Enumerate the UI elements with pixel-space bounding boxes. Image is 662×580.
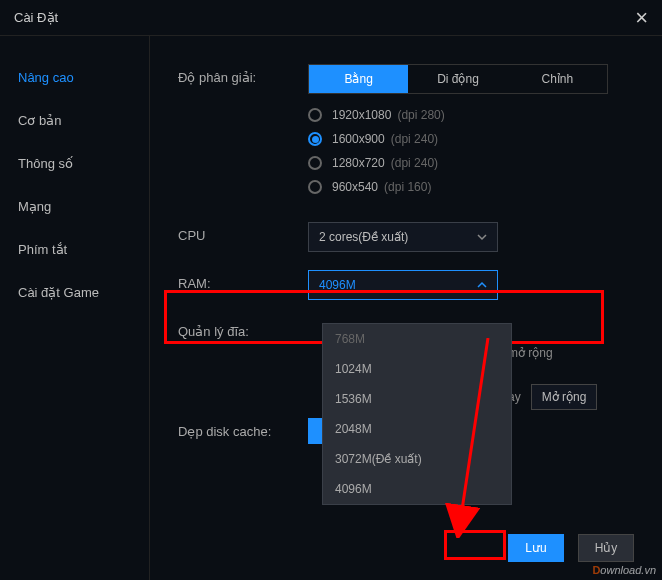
ram-option-4096[interactable]: 4096M <box>323 474 511 504</box>
disk-extend-text: mở rộng <box>508 346 553 360</box>
close-icon[interactable]: × <box>635 5 648 31</box>
ram-option-2048[interactable]: 2048M <box>323 414 511 444</box>
radio-icon <box>308 156 322 170</box>
resolution-mode-tabs: Bằng Di động Chỉnh <box>308 64 608 94</box>
sidebar-item-basic[interactable]: Cơ bản <box>0 99 149 142</box>
ram-dropdown: 768M 1024M 1536M 2048M 3072M(Đề xuất) 40… <box>322 323 512 505</box>
radio-icon <box>308 108 322 122</box>
cpu-select[interactable]: 2 cores(Đề xuất) <box>308 222 498 252</box>
resolution-option-1280[interactable]: 1280x720 (dpi 240) <box>308 156 642 170</box>
watermark: Download.vn <box>592 564 656 576</box>
cancel-button[interactable]: Hủy <box>578 534 634 562</box>
ram-select[interactable]: 4096M <box>308 270 498 300</box>
save-button[interactable]: Lưu <box>508 534 564 562</box>
sidebar-item-game[interactable]: Cài đặt Game <box>0 271 149 314</box>
radio-icon <box>308 132 322 146</box>
ram-option-768[interactable]: 768M <box>323 324 511 354</box>
tab-equal[interactable]: Bằng <box>309 65 408 93</box>
sidebar-item-shortcuts[interactable]: Phím tắt <box>0 228 149 271</box>
sidebar-item-advanced[interactable]: Nâng cao <box>0 56 149 99</box>
sidebar: Nâng cao Cơ bản Thông số Mạng Phím tắt C… <box>0 36 150 580</box>
sidebar-item-network[interactable]: Mạng <box>0 185 149 228</box>
ram-option-3072[interactable]: 3072M(Đề xuất) <box>323 444 511 474</box>
window-title: Cài Đặt <box>14 10 58 25</box>
ram-value: 4096M <box>319 278 356 292</box>
ram-option-1536[interactable]: 1536M <box>323 384 511 414</box>
resolution-label: Độ phân giải: <box>178 64 308 85</box>
ram-label: RAM: <box>178 270 308 291</box>
chevron-down-icon <box>477 232 487 242</box>
resolution-option-1600[interactable]: 1600x900 (dpi 240) <box>308 132 642 146</box>
cache-label: Dẹp disk cache: <box>178 418 308 439</box>
radio-icon <box>308 180 322 194</box>
expand-button[interactable]: Mở rộng <box>531 384 598 410</box>
cpu-label: CPU <box>178 222 308 243</box>
resolution-option-1920[interactable]: 1920x1080 (dpi 280) <box>308 108 642 122</box>
cpu-value: 2 cores(Đề xuất) <box>319 230 408 244</box>
tab-mobile[interactable]: Di động <box>408 65 507 93</box>
chevron-up-icon <box>477 280 487 290</box>
resolution-option-960[interactable]: 960x540 (dpi 160) <box>308 180 642 194</box>
ram-option-1024[interactable]: 1024M <box>323 354 511 384</box>
sidebar-item-params[interactable]: Thông số <box>0 142 149 185</box>
disk-label: Quản lý đĩa: <box>178 318 308 339</box>
tab-custom[interactable]: Chỉnh <box>508 65 607 93</box>
